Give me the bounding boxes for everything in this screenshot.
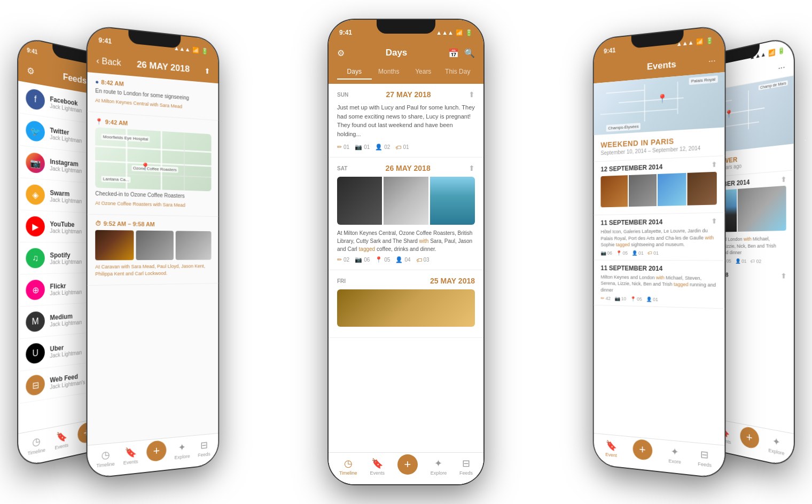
- tab-days[interactable]: Days: [337, 65, 372, 80]
- tab-feeds-3[interactable]: ⊟ Feeds: [459, 458, 473, 476]
- webfeed-icon: ⊟: [26, 374, 44, 396]
- timeline-text-2: Checked-in to Ozone Coffee Roasters: [95, 190, 211, 200]
- day-weekday-1: SUN: [337, 92, 348, 98]
- flickr-icon: ⊕: [26, 280, 44, 301]
- medium-icon: M: [26, 311, 44, 333]
- share-icon-2[interactable]: ⬆: [469, 164, 475, 172]
- tab-events-3[interactable]: 🔖 Events: [370, 458, 385, 476]
- settings-icon[interactable]: ⚙: [27, 65, 34, 77]
- tab-ex-label-5: Explore: [768, 447, 784, 456]
- photo-12sep-3: [658, 173, 686, 206]
- feeds-icon-3: ⊟: [462, 458, 470, 469]
- settings-icon-3[interactable]: ⚙: [337, 48, 345, 58]
- twitter-icon: 🐦: [26, 120, 44, 142]
- tab-add-4[interactable]: +: [633, 438, 652, 460]
- swarm-icon: ◈: [26, 184, 44, 206]
- events-icon-2: 🔖: [125, 446, 137, 459]
- tab-add-2[interactable]: +: [146, 440, 166, 462]
- tab-ex-label-3: Explore: [431, 470, 447, 476]
- timeline-icon-3: ◷: [344, 458, 353, 469]
- status-time-1: 9:41: [27, 46, 37, 55]
- day-photo-3: [430, 177, 475, 225]
- tab-events-tab-4[interactable]: 🔖 Event: [605, 439, 616, 458]
- timeline-icon-2: ◷: [101, 448, 110, 461]
- events-icon-1: 🔖: [56, 429, 67, 443]
- tab-add-5[interactable]: +: [740, 425, 759, 450]
- status-time-3: 9:41: [339, 29, 352, 36]
- day-photos-3: [337, 289, 475, 327]
- tab-explore-5[interactable]: ✦ Explore: [768, 434, 784, 456]
- status-time-2: 9:41: [98, 36, 112, 45]
- share-icon-1[interactable]: ⬆: [469, 90, 475, 99]
- day-section-date-12sep: 12 SEPTEMBER 2014: [600, 163, 662, 174]
- spotify-icon: ♫: [26, 248, 44, 269]
- tab-ev-label-2: Events: [123, 459, 138, 466]
- fb-dot: ●: [95, 78, 99, 85]
- tab-events-2[interactable]: 🔖 Events: [123, 446, 138, 466]
- tab-fe-label-2: Feeds: [198, 451, 210, 458]
- img-cafe: [136, 231, 174, 261]
- day-photo-1: [337, 177, 382, 225]
- trip-content: 📍 Palais Royal Champs-Élysées WEEKEND IN…: [594, 72, 725, 478]
- day-entry-2: SAT 26 MAY 2018 ⬆ At Milton Keynes Centr…: [329, 158, 483, 270]
- feed-user-spotify: Jack Lightman: [50, 258, 82, 265]
- section-stats-11sep-2: ✏42 📷10 📍05 👤01: [600, 295, 716, 303]
- search-icon-3[interactable]: 🔍: [464, 48, 475, 58]
- phone-events: 9:41 ▲▲▲ 📶 🔋 Events ···: [594, 26, 725, 478]
- tab-timeline-3[interactable]: ◷ Timeline: [339, 458, 357, 476]
- section-stats-11sep-1: 📷06 📍05 👤01 🏷01: [600, 250, 716, 256]
- tab-explore-tab-4[interactable]: ✦ Exore: [668, 445, 681, 465]
- tab-explore-3[interactable]: ✦ Explore: [431, 458, 447, 476]
- timeline-text-3: At Caravan with Sara Mead, Paul Lloyd, J…: [95, 263, 211, 278]
- day-stats-2: ✏02 📷06 📍05 👤04 🏷03: [337, 256, 475, 263]
- share-icon-5b[interactable]: ⬆: [781, 272, 786, 280]
- calendar-icon[interactable]: 📅: [448, 48, 459, 58]
- feed-name-spotify: Spotify: [50, 251, 82, 258]
- status-time-4: 9:41: [604, 46, 615, 55]
- tab-feeds-2[interactable]: ⊟ Feeds: [198, 439, 210, 458]
- timeline-detail-date: 26 MAY 2018: [121, 58, 205, 76]
- days-tabs: Days Months Years This Day: [329, 65, 483, 84]
- day-section-photos-12sep: [600, 172, 716, 208]
- map-placeholder: Moorfields Eye Hospital Ozone Coffee Roa…: [95, 127, 211, 191]
- day-photos-2: [337, 177, 475, 225]
- tab-timeline-label-1: Timeline: [28, 447, 45, 456]
- menu-icon-4[interactable]: ···: [708, 56, 716, 67]
- share-icon-5a[interactable]: ⬆: [781, 176, 786, 184]
- img-cafe2: [175, 231, 211, 260]
- uber-icon: U: [26, 342, 44, 364]
- tab-explore-2[interactable]: ✦ Explore: [174, 440, 190, 460]
- feed-user-flickr: Jack Lightman: [50, 289, 82, 296]
- feeds-icon-2: ⊟: [200, 439, 208, 451]
- tab-tl-label-2: Timeline: [96, 461, 115, 468]
- tab-feeds-tab-4[interactable]: ⊟ Feeds: [698, 448, 712, 468]
- notch-3: [377, 20, 435, 34]
- share-icon-4b[interactable]: ⬆: [711, 217, 716, 225]
- day-date-3: 25 MAY 2018: [430, 277, 475, 285]
- day-section-text-11sep-2: Milton Keynes and London with Michael, S…: [600, 274, 716, 296]
- share-icon[interactable]: ⬆: [205, 67, 210, 76]
- share-icon-4a[interactable]: ⬆: [711, 161, 716, 169]
- tab-timeline-1[interactable]: ◷ Timeline: [28, 434, 45, 456]
- feed-user-youtube: Jack Lightman: [50, 227, 82, 234]
- arch-photo-1: [738, 186, 786, 232]
- tab-ev-label-3: Events: [370, 470, 385, 476]
- days-header: ⚙ Days 📅 🔍: [329, 41, 483, 65]
- tab-fe-label-4: Feeds: [698, 461, 712, 468]
- day-section-text-11sep-1: Hôtel Icon, Galeries Lafayette, Le Louvr…: [600, 227, 716, 248]
- day-photo-2: [384, 177, 428, 225]
- tab-years[interactable]: Years: [406, 65, 441, 80]
- menu-icon-5[interactable]: ···: [778, 62, 785, 73]
- tab-months[interactable]: Months: [372, 65, 407, 80]
- days-content: SUN 27 MAY 2018 ⬆ Just met up with Lucy …: [329, 84, 483, 484]
- day-date-2: 26 MAY 2018: [386, 164, 431, 172]
- tab-add-3[interactable]: +: [397, 454, 418, 475]
- back-button[interactable]: ‹ Back: [96, 56, 121, 68]
- facebook-icon: f: [26, 88, 44, 111]
- feeds-tab-icon-4: ⊟: [700, 448, 708, 461]
- tab-this-day[interactable]: This Day: [441, 65, 475, 80]
- timeline-sub-2: At Ozone Coffee Roasters with Sara Mead: [95, 200, 211, 209]
- day-section-date-11sep-1: 11 SEPTEMBER 2014: [600, 218, 662, 227]
- tab-timeline-2[interactable]: ◷ Timeline: [96, 448, 115, 468]
- tab-events-1[interactable]: 🔖 Events: [55, 429, 69, 451]
